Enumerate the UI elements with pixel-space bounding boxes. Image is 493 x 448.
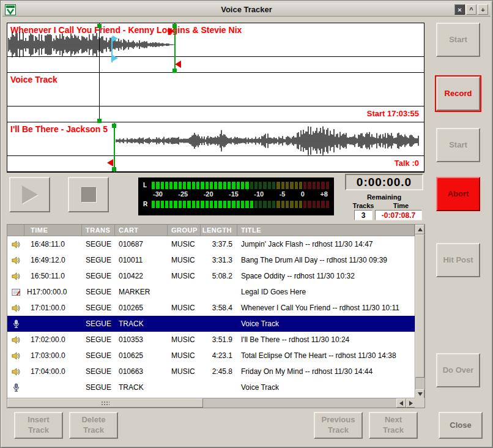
track-2-baseline — [7, 106, 424, 106]
meter-segment — [156, 182, 159, 189]
log-header-time[interactable]: TIME — [24, 225, 82, 236]
log-cell-time: 17:04:00.0 — [24, 367, 82, 376]
log-cell-length: 5:08.2 — [201, 272, 237, 280]
meter-segment — [152, 182, 155, 189]
log-row[interactable]: 17:03:00.0SEGUE010625MUSIC4:23.1Total Ec… — [7, 348, 415, 364]
abort-button[interactable]: Abort — [436, 177, 480, 211]
meter-segment — [299, 201, 302, 208]
stop-button[interactable] — [68, 177, 109, 212]
log-header-group[interactable]: GROUP — [168, 225, 201, 236]
log-cell-group: MUSIC — [168, 272, 201, 280]
log-cell-cart: MARKER — [115, 288, 168, 296]
log-header-icon-column[interactable] — [7, 225, 24, 236]
waveform-panel[interactable]: Whenever I Call You Friend - Kenny Loggi… — [7, 23, 424, 173]
remaining-label: Remaining — [345, 193, 423, 201]
log-cell-time: 17:03:00.0 — [24, 351, 82, 360]
log-cell-trans: SEGUE — [82, 335, 115, 344]
log-row[interactable]: SEGUETRACKVoice Track — [7, 379, 415, 395]
time-remaining-value: -0:07:08.7 — [375, 210, 422, 220]
log-cell-cart: 010687 — [115, 240, 168, 248]
meter-segment — [259, 201, 262, 208]
do-over-button[interactable]: Do Over — [436, 353, 480, 387]
log-cell-group: MUSIC — [168, 240, 201, 248]
vertical-scrollbar[interactable] — [415, 225, 424, 399]
log-row[interactable]: H17:00:00.0SEGUEMARKERLegal ID Goes Here — [7, 284, 415, 300]
start-track1-button[interactable]: Start — [436, 23, 480, 57]
next-track-button[interactable]: Next Track — [369, 412, 418, 439]
log-cell-trans: SEGUE — [82, 304, 115, 312]
log-header-cart[interactable]: CART — [115, 225, 168, 236]
stop-icon — [81, 187, 96, 202]
meter-segment — [192, 201, 195, 208]
voice-tracker-window: Voice Tracker × ^ + Whenever I Call You … — [0, 0, 493, 448]
log-cell-group: MUSIC — [168, 256, 201, 264]
hit-post-button[interactable]: Hit Post — [436, 243, 480, 277]
delete-track-button[interactable]: Delete Track — [69, 412, 118, 439]
scroll-up-icon — [418, 228, 423, 231]
log-row[interactable]: 16:48:11.0SEGUE010687MUSIC3:37.5Jumpin' … — [7, 236, 415, 252]
log-cell-trans: SEGUE — [82, 272, 115, 280]
log-cell-title: I'll Be There -- rdhost 11/30 10:24 — [237, 335, 415, 344]
log-header-length[interactable]: LENGTH — [201, 225, 237, 236]
previous-track-button[interactable]: Previous Track — [314, 412, 363, 439]
meter-scale-label: +8 — [320, 190, 328, 199]
horizontal-scrollbar[interactable] — [7, 398, 416, 408]
meter-segment — [295, 201, 298, 208]
log-row[interactable]: 16:49:12.0SEGUE010011MUSIC3:31.3Bang The… — [7, 252, 415, 268]
window-close-icon[interactable]: × — [454, 4, 465, 15]
meter-segment — [210, 201, 213, 208]
play-icon — [22, 185, 38, 204]
track-3-baseline — [7, 155, 424, 156]
speaker-icon — [7, 367, 24, 376]
mic-icon — [7, 383, 24, 392]
log-row[interactable]: 16:50:11.0SEGUE010422MUSIC5:08.2Space Od… — [7, 268, 415, 284]
log-cell-cart: TRACK — [115, 383, 168, 392]
meter-scale-label: -20 — [204, 190, 213, 199]
meter-segment — [321, 201, 324, 208]
log-cell-time: 17:01:00.0 — [24, 304, 82, 312]
titlebar[interactable]: Voice Tracker × ^ + — [2, 2, 491, 17]
track-2[interactable]: Voice Track Start 17:03:55 — [7, 73, 424, 122]
meter-segment — [174, 182, 177, 189]
record-button[interactable]: Record — [436, 77, 480, 111]
meter-segment — [245, 182, 248, 189]
scroll-left-button[interactable] — [396, 398, 406, 408]
log-cell-trans: SEGUE — [82, 383, 115, 392]
horizontal-scroll-thumb[interactable] — [7, 398, 203, 408]
meter-segment — [303, 201, 306, 208]
meter-segment — [276, 182, 280, 189]
insert-track-button[interactable]: Insert Track — [14, 412, 63, 439]
track-1[interactable]: Whenever I Call You Friend - Kenny Loggi… — [7, 23, 424, 73]
track-1-title: Whenever I Call You Friend - Kenny Loggi… — [10, 25, 242, 35]
meter-segment — [152, 201, 155, 208]
meter-segment — [254, 201, 258, 208]
vertical-scroll-thumb[interactable] — [415, 234, 424, 378]
meter-segment — [214, 201, 217, 208]
speaker-icon — [7, 272, 24, 281]
start-track3-button[interactable]: Start — [436, 128, 480, 162]
window-shade-icon[interactable]: ^ — [466, 4, 476, 15]
log-header-trans[interactable]: TRANS — [82, 225, 115, 236]
window-maximize-icon[interactable]: + — [478, 4, 488, 15]
log-row[interactable]: 17:02:00.0SEGUE010353MUSIC3:51.9I'll Be … — [7, 332, 415, 348]
log-row[interactable]: 17:01:00.0SEGUE010265MUSIC3:58.4Whenever… — [7, 300, 415, 316]
meter-scale: -30-25-20-15-10-50+8 — [153, 190, 328, 199]
track-3-annotation: Talk :0 — [395, 159, 419, 168]
log-cell-trans: SEGUE — [82, 256, 115, 264]
close-button[interactable]: Close — [439, 412, 483, 439]
meter-segment — [206, 182, 209, 189]
log-row[interactable]: SEGUETRACKVoice Track — [7, 316, 415, 332]
log-row[interactable]: 17:04:00.0SEGUE010663MUSIC2:45.8Friday O… — [7, 364, 415, 379]
scroll-up-button[interactable] — [415, 225, 424, 234]
meter-segment — [179, 182, 182, 189]
meter-segment — [214, 182, 217, 189]
log-cell-cart: 010663 — [115, 367, 168, 376]
log-header-title[interactable]: TITLE — [237, 225, 415, 236]
speaker-icon — [7, 240, 24, 249]
meter-segment — [241, 182, 244, 189]
log-cell-length: 3:37.5 — [201, 240, 237, 248]
play-button[interactable] — [9, 177, 50, 212]
meter-right-segments — [152, 201, 329, 208]
meter-segment — [174, 201, 177, 208]
track-3[interactable]: I'll Be There - Jackson 5 Talk :0 — [7, 122, 424, 172]
